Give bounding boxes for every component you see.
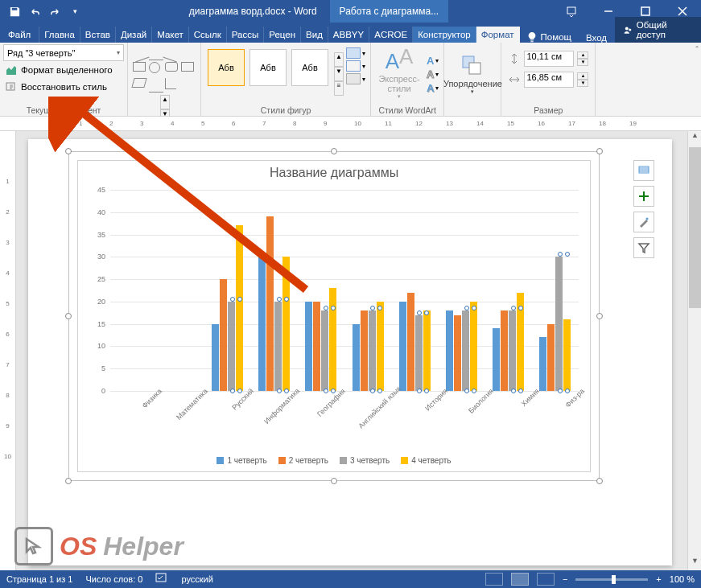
shape-width-input[interactable]: 16,85 см bbox=[524, 72, 574, 88]
zoom-out-button[interactable]: − bbox=[563, 574, 567, 584]
tab-abbyy[interactable]: ABBYY bbox=[328, 27, 369, 43]
group-size: 10,11 см ▲▼ 16,85 см ▲▼ Размер bbox=[501, 43, 596, 116]
tell-me[interactable]: Помощ bbox=[520, 31, 578, 43]
group-wordart-styles: AA Экспресс-стили ▾ A▾ A▾ A▾ Стили WordA… bbox=[371, 43, 444, 116]
ribbon: Ряд "3 четверть"▾ Формат выделенного Вос… bbox=[0, 43, 701, 117]
chart-plot[interactable]: 051015202530354045 bbox=[110, 190, 579, 391]
shapes-gallery[interactable] bbox=[131, 44, 197, 94]
tab-acrobat[interactable]: ACROE bbox=[369, 27, 413, 43]
share-button[interactable]: Общий доступ bbox=[615, 17, 701, 43]
resize-handle[interactable] bbox=[331, 478, 337, 484]
shape-height-input[interactable]: 10,11 см bbox=[524, 51, 574, 67]
ribbon-options-button[interactable] bbox=[553, 0, 590, 23]
page: Название диаграммы 051015202530354045 Фи… bbox=[28, 139, 672, 565]
shape-style-item[interactable]: Абв bbox=[208, 49, 245, 86]
group-label: Текущий фрагмент bbox=[3, 104, 124, 116]
chart-x-labels: ФизикаМатематикаРусскийИнформатикаГеогра… bbox=[110, 391, 579, 434]
scrollbar-thumb[interactable] bbox=[689, 147, 701, 308]
chart-element-selector[interactable]: Ряд "3 четверть"▾ bbox=[3, 44, 124, 61]
tab-file[interactable]: Файл bbox=[0, 27, 39, 43]
zoom-in-button[interactable]: + bbox=[656, 574, 661, 584]
group-label: Стили WordArt bbox=[374, 104, 440, 116]
group-label: Размер bbox=[505, 104, 592, 116]
shape-style-tools: ▾ ▾ ▾ bbox=[344, 44, 367, 104]
format-selection-button[interactable]: Формат выделенного bbox=[3, 62, 124, 78]
save-button[interactable] bbox=[5, 2, 24, 21]
style-scroll[interactable]: ▲▼≡ bbox=[334, 52, 344, 96]
tab-insert[interactable]: Встав bbox=[80, 27, 116, 43]
vertical-ruler[interactable]: 12345678910 bbox=[0, 131, 16, 570]
resize-handle[interactable] bbox=[596, 148, 603, 154]
watermark-logo: OSHelper bbox=[14, 527, 183, 565]
tab-view[interactable]: Вид bbox=[301, 27, 328, 43]
collapse-ribbon-button[interactable]: ˆ bbox=[695, 45, 699, 55]
width-icon bbox=[508, 73, 521, 86]
chart-styles-button[interactable] bbox=[633, 212, 654, 232]
chart-elements-button[interactable] bbox=[633, 186, 654, 207]
chart-layout-options-button[interactable] bbox=[633, 160, 654, 181]
redo-button[interactable] bbox=[45, 2, 64, 21]
resize-handle[interactable] bbox=[331, 148, 337, 154]
shape-style-item[interactable]: Абв bbox=[249, 49, 287, 86]
shape-style-item[interactable]: Абв bbox=[291, 49, 328, 86]
language-indicator[interactable]: русский bbox=[181, 574, 212, 584]
chart-title[interactable]: Название диаграммы bbox=[78, 161, 590, 185]
shape-outline-button[interactable]: ▾ bbox=[346, 60, 365, 72]
svg-rect-11 bbox=[469, 63, 480, 74]
text-outline-button[interactable]: A▾ bbox=[427, 68, 439, 80]
shape-effects-button[interactable]: ▾ bbox=[346, 73, 365, 84]
resize-handle[interactable] bbox=[596, 313, 603, 319]
ribbon-tabs: Файл Главна Встав Дизай Макет Ссылк Расс… bbox=[0, 23, 701, 43]
tab-layout[interactable]: Макет bbox=[152, 27, 189, 43]
page-indicator[interactable]: Страница 1 из 1 bbox=[6, 574, 72, 584]
group-current-fragment: Ряд "3 четверть"▾ Формат выделенного Вос… bbox=[0, 43, 128, 116]
resize-handle[interactable] bbox=[65, 313, 72, 319]
resize-handle[interactable] bbox=[596, 478, 603, 484]
shape-fill-button[interactable]: ▾ bbox=[346, 47, 365, 59]
tab-references[interactable]: Ссылк bbox=[189, 27, 227, 43]
resize-handle[interactable] bbox=[65, 478, 72, 484]
titlebar: ▾ диаграмма ворд.docx - Word Работа с ди… bbox=[0, 0, 701, 23]
spellcheck-icon[interactable] bbox=[155, 573, 168, 586]
group-arrange: Упорядочение ▾ bbox=[444, 43, 501, 116]
tab-home[interactable]: Главна bbox=[39, 27, 80, 43]
tab-chart-design[interactable]: Конструктор bbox=[413, 27, 476, 43]
tab-chart-format[interactable]: Формат bbox=[476, 27, 520, 43]
arrange-button[interactable]: Упорядочение ▾ bbox=[447, 51, 497, 97]
contextual-tab-title: Работа с диаграмма... bbox=[330, 0, 449, 23]
undo-button[interactable] bbox=[25, 2, 44, 21]
height-icon bbox=[508, 52, 521, 65]
group-shape-styles: Абв Абв Абв ▲▼≡ ▾ ▾ ▾ Стили фигур bbox=[201, 43, 371, 116]
wordart-tools: A▾ A▾ A▾ bbox=[425, 51, 440, 97]
chart-legend[interactable]: 1 четверть2 четверть3 четверть4 четверть bbox=[78, 456, 590, 465]
svg-point-5 bbox=[625, 27, 629, 30]
chart-plot-area[interactable]: Название диаграммы 051015202530354045 Фи… bbox=[77, 160, 591, 472]
horizontal-ruler[interactable]: 12345678910111213141516171819 bbox=[0, 117, 701, 131]
read-mode-button[interactable] bbox=[485, 573, 503, 586]
chart-side-buttons bbox=[633, 160, 654, 258]
vertical-scrollbar[interactable]: ▲ ▼ bbox=[687, 131, 701, 570]
tab-review[interactable]: Рецен bbox=[264, 27, 301, 43]
group-label: Стили фигур bbox=[204, 104, 367, 116]
svg-rect-0 bbox=[567, 7, 575, 14]
print-layout-button[interactable] bbox=[511, 573, 529, 586]
chart-object[interactable]: Название диаграммы 051015202530354045 Фи… bbox=[68, 151, 600, 481]
word-count[interactable]: Число слов: 0 bbox=[85, 574, 142, 584]
reset-style-button[interactable]: Восстановить стиль bbox=[3, 79, 124, 95]
resize-handle[interactable] bbox=[65, 148, 72, 154]
text-fill-button[interactable]: A▾ bbox=[427, 55, 439, 67]
sign-in-button[interactable]: Вход bbox=[578, 33, 615, 43]
quick-styles-button[interactable]: AA Экспресс-стили ▾ bbox=[374, 47, 424, 101]
zoom-level[interactable]: 100 % bbox=[670, 574, 695, 584]
window-title: диаграмма ворд.docx - Word Работа с диаг… bbox=[85, 0, 553, 23]
zoom-slider[interactable] bbox=[575, 578, 648, 581]
qat-customize-button[interactable]: ▾ bbox=[65, 2, 85, 21]
web-layout-button[interactable] bbox=[537, 573, 555, 586]
shape-styles-gallery[interactable]: Абв Абв Абв bbox=[204, 44, 332, 104]
chart-filters-button[interactable] bbox=[633, 237, 654, 258]
text-effects-button[interactable]: A▾ bbox=[427, 82, 439, 94]
tab-mailings[interactable]: Рассы bbox=[227, 27, 264, 43]
group-insert-shapes: ▲▼≡ Изменить фигуру ▾ Вставка фигур bbox=[128, 43, 201, 116]
svg-point-18 bbox=[646, 218, 649, 220]
tab-design[interactable]: Дизай bbox=[116, 27, 152, 43]
